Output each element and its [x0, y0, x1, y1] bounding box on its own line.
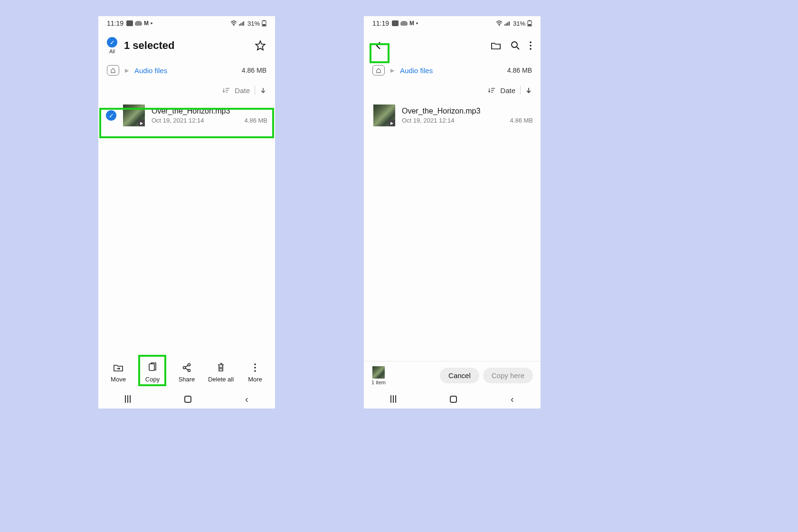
back-button[interactable]	[372, 39, 385, 52]
star-icon	[254, 39, 266, 52]
home-icon	[376, 67, 381, 73]
move-button[interactable]: Move	[104, 362, 133, 383]
breadcrumb-folder-link[interactable]: Audio files	[134, 66, 167, 75]
search-button[interactable]	[510, 40, 521, 51]
share-button[interactable]: Share	[172, 362, 201, 383]
battery-icon	[262, 20, 266, 27]
svg-point-17	[530, 45, 532, 47]
sort-label[interactable]: Date	[500, 86, 515, 95]
status-bar: 11:19 M 31%	[98, 16, 275, 30]
cloud-indicator-icon	[400, 21, 408, 26]
sort-options-icon[interactable]	[488, 87, 495, 94]
clipboard-item[interactable]: 1 item	[371, 366, 386, 385]
more-vertical-icon	[250, 362, 260, 373]
copy-icon	[147, 362, 158, 373]
favorite-button[interactable]	[254, 39, 266, 52]
svg-point-16	[530, 41, 532, 43]
sort-options-icon[interactable]	[222, 87, 230, 94]
system-nav-bar: ‹	[98, 390, 275, 408]
play-badge-icon: ▶	[389, 120, 395, 126]
more-options-button[interactable]	[529, 41, 532, 50]
breadcrumb: ▶ Audio files 4.86 MB	[364, 61, 541, 80]
file-size: 4.86 MB	[510, 117, 533, 124]
file-checkbox[interactable]: ✓	[106, 110, 116, 121]
breadcrumb-separator-icon: ▶	[125, 67, 129, 74]
new-folder-button[interactable]	[490, 40, 502, 51]
breadcrumb-home-button[interactable]	[372, 65, 385, 76]
status-battery: 31%	[247, 20, 260, 27]
file-name: Over_the_Horizon.mp3	[152, 107, 267, 115]
wifi-icon	[230, 20, 237, 26]
search-icon	[510, 40, 521, 51]
breadcrumb-size: 4.86 MB	[242, 66, 266, 74]
sort-label[interactable]: Date	[235, 86, 250, 95]
signal-icon	[239, 20, 246, 26]
nav-back-button[interactable]: ‹	[245, 394, 248, 405]
svg-rect-4	[149, 364, 154, 370]
nav-home-button[interactable]	[184, 396, 191, 403]
copy-button[interactable]: Copy	[138, 362, 167, 383]
selection-count-title: 1 selected	[124, 39, 247, 52]
copy-here-button[interactable]: Copy here	[483, 368, 533, 383]
file-row[interactable]: ▶ Over_the_Horizon.mp3 Oct 19, 2021 12:1…	[364, 101, 541, 130]
copy-label: Copy	[145, 376, 160, 383]
clipboard-count: 1 item	[371, 380, 386, 385]
navigation-header	[364, 30, 541, 61]
delete-all-label: Delete all	[208, 376, 234, 383]
svg-point-11	[499, 25, 500, 26]
bottom-action-bar: Move Copy Share Delete all More	[98, 355, 275, 390]
move-icon	[113, 362, 124, 373]
breadcrumb-folder-link[interactable]: Audio files	[400, 66, 433, 75]
cancel-button[interactable]: Cancel	[440, 368, 479, 383]
svg-point-15	[512, 42, 517, 48]
breadcrumb-home-button[interactable]	[107, 65, 119, 76]
svg-rect-3	[263, 24, 266, 26]
select-all-label: All	[109, 48, 115, 54]
check-icon: ✓	[107, 37, 117, 48]
more-notifications-icon	[151, 22, 152, 24]
phone-screen-left: 11:19 M 31% ✓ All 1 selected ▶	[98, 16, 275, 408]
image-indicator-icon	[126, 20, 133, 26]
breadcrumb: ▶ Audio files 4.86 MB	[98, 61, 275, 80]
svg-point-18	[530, 48, 532, 50]
more-notifications-icon	[416, 22, 418, 24]
folder-icon	[490, 40, 502, 51]
nav-home-button[interactable]	[450, 396, 457, 403]
file-row[interactable]: ✓ ▶ Over_the_Horizon.mp3 Oct 19, 2021 12…	[98, 101, 275, 130]
clipboard-thumbnail	[372, 366, 385, 379]
nav-back-button[interactable]: ‹	[511, 394, 514, 405]
status-time: 11:19	[107, 19, 124, 27]
signal-icon	[504, 20, 511, 26]
svg-point-10	[254, 370, 256, 372]
status-time: 11:19	[372, 19, 389, 27]
svg-point-0	[233, 25, 234, 26]
gmail-indicator-icon: M	[144, 20, 149, 27]
system-nav-bar: ‹	[364, 390, 541, 408]
svg-rect-14	[528, 24, 531, 26]
file-date: Oct 19, 2021 12:14	[152, 117, 204, 124]
copy-destination-bar: 1 item Cancel Copy here	[364, 361, 541, 390]
move-label: Move	[111, 376, 126, 383]
chevron-left-icon	[373, 40, 384, 51]
file-size: 4.86 MB	[245, 117, 267, 124]
delete-all-button[interactable]: Delete all	[206, 362, 236, 383]
breadcrumb-size: 4.86 MB	[507, 66, 532, 74]
sort-controls: Date	[364, 80, 541, 101]
trash-icon	[216, 362, 226, 373]
nav-recents-button[interactable]	[390, 395, 396, 403]
svg-point-8	[254, 363, 256, 365]
svg-rect-2	[263, 20, 265, 21]
nav-recents-button[interactable]	[125, 395, 131, 403]
svg-rect-13	[529, 20, 531, 21]
more-button[interactable]: More	[240, 362, 270, 383]
gmail-indicator-icon: M	[409, 20, 414, 27]
sort-separator	[255, 86, 255, 95]
more-label: More	[248, 376, 262, 383]
home-icon	[110, 67, 116, 73]
svg-point-9	[254, 367, 256, 369]
sort-direction-icon[interactable]	[525, 87, 532, 94]
sort-direction-icon[interactable]	[260, 87, 266, 94]
play-badge-icon: ▶	[138, 120, 145, 126]
select-all-toggle[interactable]: ✓ All	[107, 37, 117, 54]
status-bar: 11:19 M 31%	[364, 16, 541, 30]
